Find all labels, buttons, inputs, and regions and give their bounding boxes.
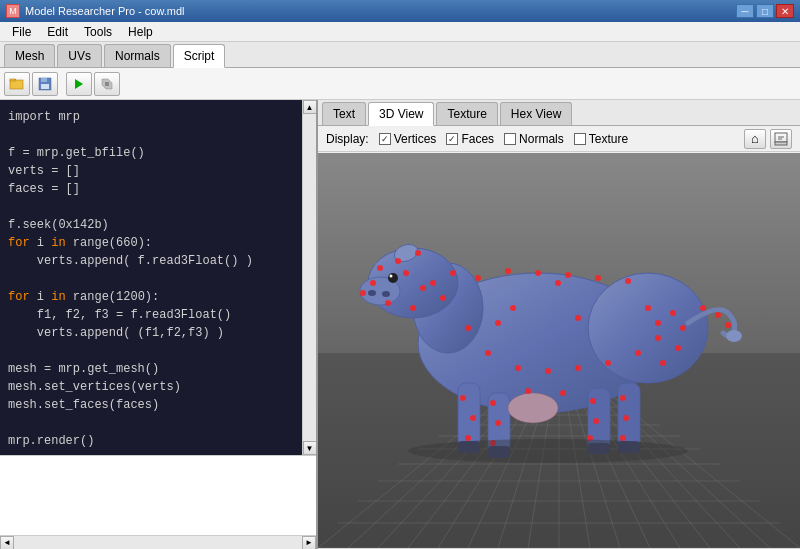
svg-point-74 [450,270,456,276]
maximize-button[interactable]: □ [756,4,774,18]
stop-button[interactable] [94,72,120,96]
svg-point-91 [675,345,681,351]
tab-uvs[interactable]: UVs [57,44,102,67]
code-line: faces = [] [8,180,294,198]
scroll-right-arrow[interactable]: ► [302,536,316,550]
svg-point-63 [390,275,393,278]
home-view-button[interactable]: ⌂ [744,129,766,149]
script-editor-panel: import mrp f = mrp.get_bfile() verts = [… [0,100,318,549]
svg-point-61 [508,393,558,423]
normals-checkbox[interactable]: Normals [504,132,564,146]
svg-point-80 [625,278,631,284]
tab-mesh[interactable]: Mesh [4,44,55,67]
tab-script[interactable]: Script [173,44,226,68]
svg-point-65 [382,291,390,297]
svg-point-111 [420,285,426,291]
svg-point-115 [525,388,531,394]
svg-point-100 [593,418,599,424]
svg-point-95 [465,435,471,441]
svg-point-89 [670,310,676,316]
svg-point-88 [655,335,661,341]
svg-point-81 [465,325,471,331]
code-line: f1, f2, f3 = f.read3Float() [8,306,294,324]
texture-checkbox[interactable]: Texture [574,132,628,146]
save-button[interactable] [32,72,58,96]
titlebar: M Model Researcher Pro - cow.mdl ─ □ ✕ [0,0,800,22]
code-editor[interactable]: import mrp f = mrp.get_bfile() verts = [… [0,100,302,455]
svg-point-77 [535,270,541,276]
left-scrollbar[interactable]: ▲ ▼ [302,100,316,455]
svg-marker-6 [75,79,83,89]
svg-rect-8 [105,82,109,86]
texture-cb-box[interactable] [574,133,586,145]
tab-3dview[interactable]: 3D View [368,102,434,126]
svg-point-106 [510,305,516,311]
svg-point-70 [385,300,391,306]
svg-point-102 [620,395,626,401]
close-button[interactable]: ✕ [776,4,794,18]
code-line: mrp.render() [8,432,294,450]
scroll-up-arrow[interactable]: ▲ [303,100,317,114]
scroll-down-arrow[interactable]: ▼ [303,441,317,455]
svg-point-83 [515,365,521,371]
tab-normals[interactable]: Normals [104,44,171,67]
faces-cb-box[interactable]: ✓ [446,133,458,145]
top-tabs: Mesh UVs Normals Script [0,42,800,68]
main-content: import mrp f = mrp.get_bfile() verts = [… [0,100,800,549]
code-line: mesh = mrp.get_mesh() [8,360,294,378]
scroll-left-arrow[interactable]: ◄ [0,536,14,550]
svg-point-107 [700,305,706,311]
svg-rect-10 [775,142,787,145]
bottom-scrollbar[interactable]: ◄ ► [0,535,316,549]
run-button[interactable] [66,72,92,96]
open-button[interactable] [4,72,30,96]
normals-cb-box[interactable] [504,133,516,145]
menu-tools[interactable]: Tools [76,23,120,41]
svg-point-105 [555,280,561,286]
svg-point-93 [460,395,466,401]
svg-rect-1 [10,80,23,89]
svg-point-86 [605,360,611,366]
menu-edit[interactable]: Edit [39,23,76,41]
code-line [8,126,294,144]
view-tabs: Text 3D View Texture Hex View [318,100,800,126]
code-line: for i in range(660): [8,234,294,252]
3d-viewport[interactable] [318,152,800,549]
tab-texture[interactable]: Texture [436,102,497,125]
svg-point-94 [470,415,476,421]
tab-text[interactable]: Text [322,102,366,125]
export-view-button[interactable] [770,129,792,149]
svg-point-68 [415,250,421,256]
menu-file[interactable]: File [4,23,39,41]
svg-point-78 [565,272,571,278]
svg-point-118 [575,315,581,321]
code-line: import mrp [8,108,294,126]
svg-point-64 [368,290,376,296]
svg-point-67 [395,258,401,264]
faces-checkbox[interactable]: ✓ Faces [446,132,494,146]
svg-point-90 [680,325,686,331]
display-label: Display: [326,132,369,146]
svg-point-84 [545,368,551,374]
svg-rect-4 [41,78,47,82]
svg-point-110 [403,270,409,276]
svg-point-76 [505,268,511,274]
svg-point-69 [370,280,376,286]
viewport-svg [318,152,800,549]
menu-help[interactable]: Help [120,23,161,41]
svg-point-82 [485,350,491,356]
minimize-button[interactable]: ─ [736,4,754,18]
svg-point-114 [655,320,661,326]
svg-point-96 [490,400,496,406]
svg-point-117 [495,320,501,326]
svg-point-52 [726,330,742,342]
normals-label: Normals [519,132,564,146]
title-text: Model Researcher Pro - cow.mdl [25,5,734,17]
svg-point-119 [408,439,688,463]
vertices-cb-box[interactable]: ✓ [379,133,391,145]
svg-rect-5 [41,84,49,89]
svg-point-66 [377,265,383,271]
tab-hexview[interactable]: Hex View [500,102,572,125]
code-line: mesh.set_vertices(verts) [8,378,294,396]
vertices-checkbox[interactable]: ✓ Vertices [379,132,437,146]
